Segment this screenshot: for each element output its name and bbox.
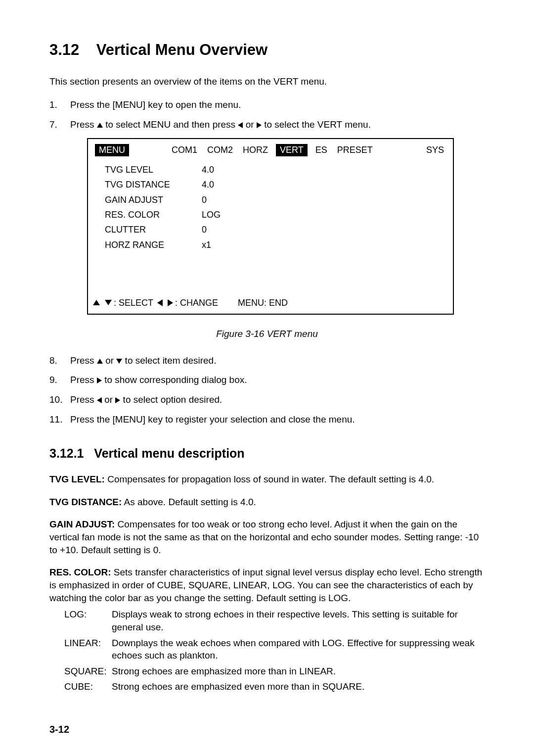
- menu-tab-com1: COM1: [170, 144, 199, 156]
- menu-figure: MENU COM1 COM2 HORZ VERT ES PRESET SYS T…: [87, 138, 454, 315]
- menu-tabs: MENU COM1 COM2 HORZ VERT ES PRESET SYS: [88, 139, 453, 159]
- def-gain-adjust: GAIN ADJUST: Compensates for too weak or…: [49, 518, 485, 556]
- step-number: 9.: [49, 374, 63, 386]
- section-title: Vertical Menu Overview: [96, 41, 267, 58]
- subsection-heading: 3.12.1 Vertical menu description: [49, 445, 485, 462]
- option-key: SQUARE:: [64, 665, 112, 678]
- footer-select-label: : SELECT: [114, 297, 153, 309]
- left-arrow-icon: [157, 299, 163, 306]
- menu-tab-horz: HORZ: [241, 144, 270, 156]
- menu-tab-vert: VERT: [276, 144, 308, 156]
- step-text: Press the [MENU] key to register your se…: [70, 413, 485, 426]
- section-intro: This section presents an overview of the…: [49, 75, 485, 88]
- option-key: CUBE:: [64, 680, 112, 693]
- menu-item-label: RES. COLOR: [95, 209, 202, 221]
- footer-change-label: : CHANGE: [175, 297, 218, 309]
- option-text: Displays weak to strong echoes in their …: [112, 608, 485, 633]
- menu-tab-sys: SYS: [424, 144, 446, 156]
- right-arrow-icon: [168, 299, 173, 306]
- definitions: TVG LEVEL: Compensates for propagation l…: [49, 473, 485, 693]
- menu-tab-menu: MENU: [95, 144, 129, 156]
- menu-item-tvg-distance: TVG DISTANCE 4.0: [95, 177, 446, 192]
- step-1: 1. Press the [MENU] key to open the menu…: [49, 98, 485, 111]
- step-8: 8. Press or to select item desired.: [49, 354, 485, 367]
- menu-footer: : SELECT : CHANGE MENU: END: [88, 294, 453, 314]
- menu-item-tvg-level: TVG LEVEL 4.0: [95, 162, 446, 177]
- menu-item-value: 4.0: [202, 164, 214, 176]
- left-arrow-icon: [238, 122, 243, 128]
- option-text: Strong echoes are emphasized even more t…: [112, 680, 485, 693]
- steps-list-2: 8. Press or to select item desired. 9. P…: [49, 354, 485, 426]
- def-tvg-distance: TVG DISTANCE: As above. Default setting …: [49, 496, 485, 509]
- subsection-number: 3.12.1: [49, 446, 84, 460]
- option-text: Downplays the weak echoes when compared …: [112, 637, 485, 662]
- figure-caption: Figure 3-16 VERT menu: [49, 328, 485, 340]
- res-color-log: LOG: Displays weak to strong echoes in t…: [64, 608, 485, 633]
- text-fragment: Press: [70, 375, 97, 385]
- text-fragment: Press: [70, 394, 97, 405]
- step-number: 1.: [49, 98, 63, 111]
- def-tvg-level: TVG LEVEL: Compensates for propagation l…: [49, 473, 485, 486]
- menu-item-label: CLUTTER: [95, 224, 202, 236]
- step-11: 11. Press the [MENU] key to register you…: [49, 413, 485, 426]
- def-text: Sets transfer characteristics of input s…: [49, 567, 482, 603]
- step-text: Press or to select option desired.: [70, 393, 485, 406]
- def-res-color: RES. COLOR: Sets transfer characteristic…: [49, 566, 485, 604]
- step-10: 10. Press or to select option desired.: [49, 393, 485, 406]
- right-arrow-icon: [97, 378, 102, 383]
- menu-tab-es: ES: [313, 144, 329, 156]
- step-9: 9. Press to show corresponding dialog bo…: [49, 374, 485, 386]
- text-fragment: or: [105, 355, 116, 366]
- down-arrow-icon: [116, 359, 122, 364]
- menu-item-value: 4.0: [202, 179, 214, 190]
- option-key: LINEAR:: [64, 637, 112, 662]
- def-text: Compensates for propagation loss of soun…: [105, 474, 434, 484]
- text-fragment: Press: [70, 355, 97, 366]
- menu-body: TVG LEVEL 4.0 TVG DISTANCE 4.0 GAIN ADJU…: [88, 159, 453, 294]
- def-term: GAIN ADJUST:: [49, 519, 115, 529]
- def-term: TVG LEVEL:: [49, 474, 105, 484]
- step-number: 8.: [49, 354, 63, 367]
- menu-item-horz-range: HORZ RANGE x1: [95, 237, 446, 252]
- step-text: Press to show corresponding dialog box.: [70, 374, 485, 386]
- up-arrow-icon: [93, 300, 100, 305]
- menu-item-label: TVG DISTANCE: [95, 179, 202, 190]
- text-fragment: or: [104, 394, 115, 405]
- menu-item-label: GAIN ADJUST: [95, 194, 202, 206]
- up-arrow-icon: [97, 123, 103, 128]
- step-number: 10.: [49, 393, 63, 406]
- text-fragment: to select item desired.: [125, 355, 217, 366]
- step-text: Press the [MENU] key to open the menu.: [70, 98, 485, 111]
- text-fragment: to select MENU and then press: [105, 119, 238, 130]
- right-arrow-icon: [115, 397, 120, 403]
- right-arrow-icon: [257, 122, 262, 128]
- page-number: 3-12: [49, 723, 69, 736]
- option-text: Strong echoes are emphasized more than i…: [112, 665, 485, 678]
- menu-item-value: x1: [202, 239, 211, 251]
- section-heading: 3.12 Vertical Menu Overview: [49, 40, 485, 60]
- section-number: 3.12: [49, 41, 79, 58]
- footer-end-label: MENU: END: [238, 297, 288, 309]
- text-fragment: to select the VERT menu.: [264, 119, 371, 130]
- text-fragment: or: [246, 119, 257, 130]
- menu-panel: MENU COM1 COM2 HORZ VERT ES PRESET SYS T…: [87, 138, 454, 315]
- menu-item-gain-adjust: GAIN ADJUST 0: [95, 192, 446, 207]
- text-fragment: to show corresponding dialog box.: [104, 375, 247, 385]
- menu-item-value: 0: [202, 194, 207, 206]
- menu-tab-preset: PRESET: [335, 144, 375, 156]
- text-fragment: to select option desired.: [123, 394, 222, 405]
- res-color-cube: CUBE: Strong echoes are emphasized even …: [64, 680, 485, 693]
- step-number: 11.: [49, 413, 63, 426]
- res-color-options: LOG: Displays weak to strong echoes in t…: [64, 608, 485, 693]
- menu-tab-com2: COM2: [205, 144, 235, 156]
- res-color-square: SQUARE: Strong echoes are emphasized mor…: [64, 665, 485, 678]
- step-text: Press to select MENU and then press or t…: [70, 118, 485, 131]
- menu-item-res-color: RES. COLOR LOG: [95, 207, 446, 222]
- subsection-title: Vertical menu description: [94, 446, 244, 460]
- page: 3.12 Vertical Menu Overview This section…: [0, 0, 534, 756]
- down-arrow-icon: [105, 300, 112, 305]
- menu-empty-space: [95, 252, 446, 287]
- step-number: 7.: [49, 118, 63, 131]
- left-arrow-icon: [97, 397, 102, 403]
- menu-item-value: 0: [202, 224, 207, 236]
